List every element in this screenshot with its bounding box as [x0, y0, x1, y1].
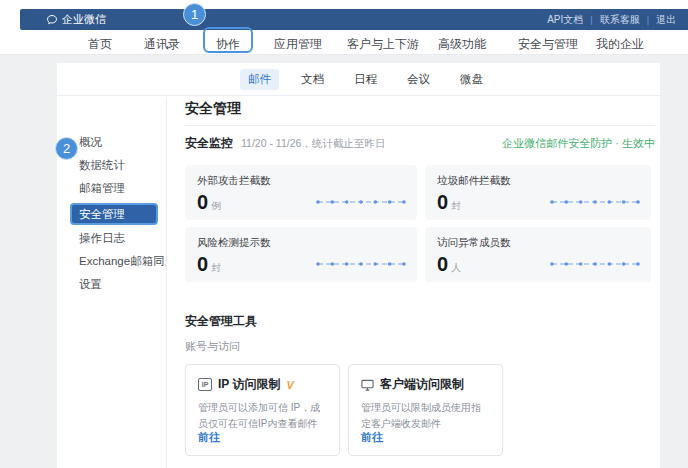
vip-badge-icon: V [286, 379, 293, 391]
tab-schedule[interactable]: 日程 [346, 69, 385, 90]
stat-value: 0 [437, 191, 448, 214]
stat-card-abnormal-access-members: 访问异常成员数 0 人 [425, 227, 651, 282]
stat-label: 垃圾邮件拦截数 [437, 174, 639, 188]
brand-logo[interactable]: 企业微信 [46, 12, 106, 27]
tool-card-title: 客户端访问限制 [380, 376, 464, 393]
sidebar-item-security-management[interactable]: 安全管理 [70, 203, 158, 225]
divider: | [590, 15, 592, 25]
stat-value: 0 [197, 253, 208, 276]
security-monitor-heading: 安全监控 [185, 135, 233, 152]
client-device-icon [361, 379, 374, 391]
sparkline-chart [315, 197, 407, 207]
nav-item-security-admin[interactable]: 安全与管理 [518, 36, 578, 53]
stat-value: 0 [437, 253, 448, 276]
contact-support-link[interactable]: 联系客服 [600, 13, 640, 27]
sparkline-chart [549, 259, 641, 269]
nav-item-customers[interactable]: 客户与上下游 [347, 36, 419, 53]
module-tabs: 邮件 文档 日程 会议 微盘 [57, 63, 660, 96]
tab-meeting[interactable]: 会议 [399, 69, 438, 90]
page-title: 安全管理 [185, 100, 655, 118]
stat-label: 外部攻击拦截数 [197, 174, 405, 188]
stat-unit: 封 [451, 199, 461, 213]
stat-value: 0 [197, 191, 208, 214]
divider [185, 125, 655, 126]
ip-icon: IP [198, 378, 212, 391]
stat-label: 风险检测提示数 [197, 236, 405, 250]
content-area: 安全管理 安全监控 11/20 - 11/26，统计截止至昨日 企业微信邮件安全… [167, 97, 660, 468]
nav-item-collaboration[interactable]: 协作 [216, 36, 240, 53]
tab-mail[interactable]: 邮件 [240, 69, 279, 90]
stat-card-spam-blocked: 垃圾邮件拦截数 0 封 [425, 165, 651, 220]
sparkline-chart [549, 197, 641, 207]
tab-docs[interactable]: 文档 [293, 69, 332, 90]
stat-card-risk-alerts: 风险检测提示数 0 封 [185, 227, 417, 282]
tool-card-title: IP 访问限制 [218, 376, 280, 393]
topbar-links: API文档 | 联系客服 | 退出 [547, 13, 676, 27]
chat-bubble-icon [46, 14, 58, 26]
stat-card-grid: 外部攻击拦截数 0 例 垃圾邮件拦截数 0 封 [185, 165, 655, 282]
tab-drive[interactable]: 微盘 [452, 69, 491, 90]
sparkline-chart [315, 259, 407, 269]
tool-card-client-restriction: 客户端访问限制 管理员可以限制成员使用指定客户端收发邮件 前往 [348, 364, 503, 456]
app-header: 企业微信 API文档 | 联系客服 | 退出 首页 通讯录 协作 应用管理 客户… [0, 0, 688, 55]
stat-card-external-attacks: 外部攻击拦截数 0 例 [185, 165, 417, 220]
tool-card-description: 管理员可以限制成员使用指定客户端收发邮件 [361, 400, 490, 431]
sidebar-item-mailbox-management[interactable]: 邮箱管理 [57, 177, 166, 200]
security-tools-heading: 安全管理工具 [185, 313, 655, 330]
go-to-client-restriction-link[interactable]: 前往 [361, 430, 383, 445]
stat-unit: 例 [211, 199, 221, 213]
sidebar-item-operation-logs[interactable]: 操作日志 [57, 227, 166, 250]
logout-link[interactable]: 退出 [656, 13, 676, 27]
nav-item-advanced[interactable]: 高级功能 [438, 36, 486, 53]
annotation-step-2-badge: 2 [55, 137, 78, 160]
protection-status-link[interactable]: 企业微信邮件安全防护 · 生效中 [502, 136, 655, 151]
stat-unit: 封 [211, 261, 221, 275]
annotation-step-1-badge: 1 [183, 3, 206, 26]
stat-unit: 人 [451, 261, 461, 275]
nav-item-contacts[interactable]: 通讯录 [144, 36, 180, 53]
topbar: 企业微信 API文档 | 联系客服 | 退出 [20, 9, 688, 30]
monitor-period-text: 11/20 - 11/26，统计截止至昨日 [241, 137, 385, 151]
nav-item-my-company[interactable]: 我的企业 [596, 36, 644, 53]
tool-card-description: 管理员可以添加可信 IP，成员仅可在可信IP内查看邮件 [198, 400, 327, 431]
group-label-account-access: 账号与访问 [185, 339, 655, 354]
tool-card-ip-restriction: IP IP 访问限制 V 管理员可以添加可信 IP，成员仅可在可信IP内查看邮件… [185, 364, 340, 456]
main-nav: 首页 通讯录 协作 应用管理 客户与上下游 高级功能 安全与管理 我的企业 [0, 30, 688, 55]
sidebar-item-exchange-sync[interactable]: Exchange邮箱同步 [57, 250, 166, 273]
nav-item-home[interactable]: 首页 [88, 36, 112, 53]
api-docs-link[interactable]: API文档 [547, 13, 583, 27]
go-to-ip-restriction-link[interactable]: 前往 [198, 430, 220, 445]
divider: | [647, 15, 649, 25]
tool-card-row: IP IP 访问限制 V 管理员可以添加可信 IP，成员仅可在可信IP内查看邮件… [185, 364, 655, 456]
stat-label: 访问异常成员数 [437, 236, 639, 250]
sidebar-item-settings[interactable]: 设置 [57, 273, 166, 296]
nav-item-apps[interactable]: 应用管理 [274, 36, 322, 53]
security-monitor-header: 安全监控 11/20 - 11/26，统计截止至昨日 企业微信邮件安全防护 · … [185, 135, 655, 152]
brand-name: 企业微信 [62, 12, 106, 27]
main-panel: 邮件 文档 日程 会议 微盘 概况 数据统计 邮箱管理 安全管理 操作日志 Ex… [57, 63, 660, 468]
